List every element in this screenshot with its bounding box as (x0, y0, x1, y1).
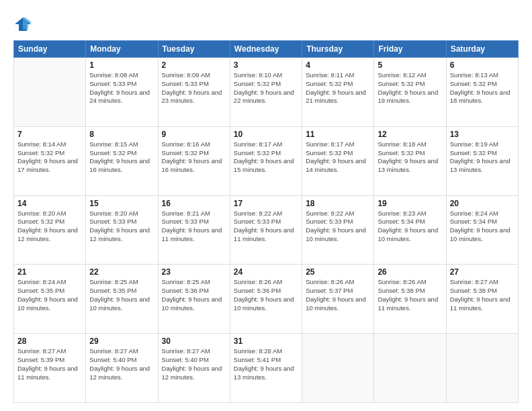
day-header: Tuesday (158, 41, 230, 58)
day-info: Sunrise: 8:15 AMSunset: 5:32 PMDaylight:… (89, 140, 150, 173)
day-number: 4 (306, 60, 370, 70)
logo-icon (13, 15, 32, 34)
day-info: Sunrise: 8:18 AMSunset: 5:32 PMDaylight:… (378, 140, 438, 173)
day-number: 13 (450, 130, 515, 139)
day-info: Sunrise: 8:22 AMSunset: 5:33 PMDaylight:… (306, 210, 366, 242)
day-info: Sunrise: 8:09 AMSunset: 5:33 PMDaylight:… (162, 71, 222, 104)
day-info: Sunrise: 8:28 AMSunset: 5:41 PMDaylight:… (234, 347, 294, 380)
day-number: 18 (306, 199, 370, 208)
day-cell: 28 Sunrise: 8:27 AMSunset: 5:39 PMDaylig… (14, 334, 86, 403)
day-number: 23 (162, 267, 226, 277)
week-row: 14 Sunrise: 8:20 AMSunset: 5:32 PMDaylig… (14, 195, 519, 265)
day-number: 26 (378, 267, 442, 277)
day-cell: 21 Sunrise: 8:24 AMSunset: 5:35 PMDaylig… (14, 265, 86, 334)
day-cell: 8 Sunrise: 8:15 AMSunset: 5:32 PMDayligh… (86, 126, 158, 195)
day-info: Sunrise: 8:17 AMSunset: 5:32 PMDaylight:… (306, 140, 366, 173)
day-cell: 30 Sunrise: 8:27 AMSunset: 5:40 PMDaylig… (158, 334, 230, 403)
day-number: 31 (234, 336, 298, 346)
day-info: Sunrise: 8:10 AMSunset: 5:32 PMDaylight:… (234, 71, 294, 104)
day-cell: 26 Sunrise: 8:26 AMSunset: 5:38 PMDaylig… (374, 265, 446, 334)
day-cell: 11 Sunrise: 8:17 AMSunset: 5:32 PMDaylig… (302, 126, 374, 195)
day-info: Sunrise: 8:27 AMSunset: 5:40 PMDaylight:… (89, 347, 150, 380)
day-cell: 16 Sunrise: 8:21 AMSunset: 5:33 PMDaylig… (158, 195, 230, 265)
day-cell: 20 Sunrise: 8:24 AMSunset: 5:34 PMDaylig… (446, 195, 518, 265)
day-header: Wednesday (230, 41, 302, 58)
day-cell: 1 Sunrise: 8:08 AMSunset: 5:33 PMDayligh… (86, 58, 158, 127)
day-cell: 17 Sunrise: 8:22 AMSunset: 5:33 PMDaylig… (230, 195, 302, 265)
day-number: 14 (17, 199, 82, 208)
day-number: 1 (89, 60, 154, 70)
day-info: Sunrise: 8:21 AMSunset: 5:33 PMDaylight:… (162, 210, 222, 242)
day-number: 25 (306, 267, 370, 277)
day-number: 28 (17, 336, 82, 346)
day-info: Sunrise: 8:13 AMSunset: 5:32 PMDaylight:… (450, 71, 511, 104)
day-info: Sunrise: 8:22 AMSunset: 5:33 PMDaylight:… (234, 210, 294, 242)
day-number: 9 (162, 130, 226, 139)
week-row: 7 Sunrise: 8:14 AMSunset: 5:32 PMDayligh… (14, 126, 519, 195)
calendar: SundayMondayTuesdayWednesdayThursdayFrid… (13, 40, 519, 403)
day-cell: 4 Sunrise: 8:11 AMSunset: 5:32 PMDayligh… (302, 58, 374, 127)
week-row: 28 Sunrise: 8:27 AMSunset: 5:39 PMDaylig… (14, 334, 519, 403)
day-info: Sunrise: 8:25 AMSunset: 5:35 PMDaylight:… (89, 278, 150, 311)
logo (13, 15, 35, 34)
day-number: 2 (162, 60, 226, 70)
day-cell: 7 Sunrise: 8:14 AMSunset: 5:32 PMDayligh… (14, 126, 86, 195)
day-info: Sunrise: 8:19 AMSunset: 5:32 PMDaylight:… (450, 140, 511, 173)
day-cell: 2 Sunrise: 8:09 AMSunset: 5:33 PMDayligh… (158, 58, 230, 127)
day-info: Sunrise: 8:26 AMSunset: 5:37 PMDaylight:… (306, 278, 366, 311)
day-number: 24 (234, 267, 298, 277)
day-cell (302, 334, 374, 403)
day-info: Sunrise: 8:17 AMSunset: 5:32 PMDaylight:… (234, 140, 294, 173)
day-cell (14, 58, 86, 127)
day-info: Sunrise: 8:23 AMSunset: 5:34 PMDaylight:… (378, 210, 438, 242)
day-info: Sunrise: 8:20 AMSunset: 5:33 PMDaylight:… (89, 210, 150, 242)
day-info: Sunrise: 8:14 AMSunset: 5:32 PMDaylight:… (17, 140, 78, 173)
svg-marker-1 (23, 17, 32, 30)
day-number: 29 (89, 336, 154, 346)
day-info: Sunrise: 8:12 AMSunset: 5:32 PMDaylight:… (378, 71, 438, 104)
day-number: 11 (306, 130, 370, 139)
day-number: 12 (378, 130, 442, 139)
day-number: 27 (450, 267, 515, 277)
day-cell: 19 Sunrise: 8:23 AMSunset: 5:34 PMDaylig… (374, 195, 446, 265)
day-number: 30 (162, 336, 226, 346)
day-number: 5 (378, 60, 442, 70)
day-info: Sunrise: 8:27 AMSunset: 5:38 PMDaylight:… (450, 278, 511, 311)
day-cell: 10 Sunrise: 8:17 AMSunset: 5:32 PMDaylig… (230, 126, 302, 195)
week-row: 21 Sunrise: 8:24 AMSunset: 5:35 PMDaylig… (14, 265, 519, 334)
day-info: Sunrise: 8:20 AMSunset: 5:32 PMDaylight:… (17, 210, 78, 242)
day-cell: 15 Sunrise: 8:20 AMSunset: 5:33 PMDaylig… (86, 195, 158, 265)
day-cell (446, 334, 518, 403)
day-number: 3 (234, 60, 298, 70)
day-cell: 29 Sunrise: 8:27 AMSunset: 5:40 PMDaylig… (86, 334, 158, 403)
week-row: 1 Sunrise: 8:08 AMSunset: 5:33 PMDayligh… (14, 58, 519, 127)
day-number: 16 (162, 199, 226, 208)
day-number: 22 (89, 267, 154, 277)
day-cell: 5 Sunrise: 8:12 AMSunset: 5:32 PMDayligh… (374, 58, 446, 127)
day-number: 10 (234, 130, 298, 139)
day-header: Thursday (302, 41, 374, 58)
day-number: 8 (89, 130, 154, 139)
day-cell: 3 Sunrise: 8:10 AMSunset: 5:32 PMDayligh… (230, 58, 302, 127)
day-cell: 27 Sunrise: 8:27 AMSunset: 5:38 PMDaylig… (446, 265, 518, 334)
day-cell: 14 Sunrise: 8:20 AMSunset: 5:32 PMDaylig… (14, 195, 86, 265)
day-info: Sunrise: 8:08 AMSunset: 5:33 PMDaylight:… (89, 71, 150, 104)
day-cell: 22 Sunrise: 8:25 AMSunset: 5:35 PMDaylig… (86, 265, 158, 334)
day-cell: 13 Sunrise: 8:19 AMSunset: 5:32 PMDaylig… (446, 126, 518, 195)
day-cell: 31 Sunrise: 8:28 AMSunset: 5:41 PMDaylig… (230, 334, 302, 403)
day-cell: 18 Sunrise: 8:22 AMSunset: 5:33 PMDaylig… (302, 195, 374, 265)
day-cell (374, 334, 446, 403)
day-info: Sunrise: 8:24 AMSunset: 5:34 PMDaylight:… (450, 210, 511, 242)
page: SundayMondayTuesdayWednesdayThursdayFrid… (0, 0, 532, 411)
day-info: Sunrise: 8:11 AMSunset: 5:32 PMDaylight:… (306, 71, 366, 104)
day-info: Sunrise: 8:25 AMSunset: 5:36 PMDaylight:… (162, 278, 222, 311)
day-cell: 12 Sunrise: 8:18 AMSunset: 5:32 PMDaylig… (374, 126, 446, 195)
day-info: Sunrise: 8:26 AMSunset: 5:36 PMDaylight:… (234, 278, 294, 311)
day-number: 19 (378, 199, 442, 208)
day-cell: 23 Sunrise: 8:25 AMSunset: 5:36 PMDaylig… (158, 265, 230, 334)
day-number: 17 (234, 199, 298, 208)
day-header: Sunday (14, 41, 86, 58)
day-number: 20 (450, 199, 515, 208)
day-info: Sunrise: 8:27 AMSunset: 5:39 PMDaylight:… (17, 347, 78, 380)
day-cell: 6 Sunrise: 8:13 AMSunset: 5:32 PMDayligh… (446, 58, 518, 127)
